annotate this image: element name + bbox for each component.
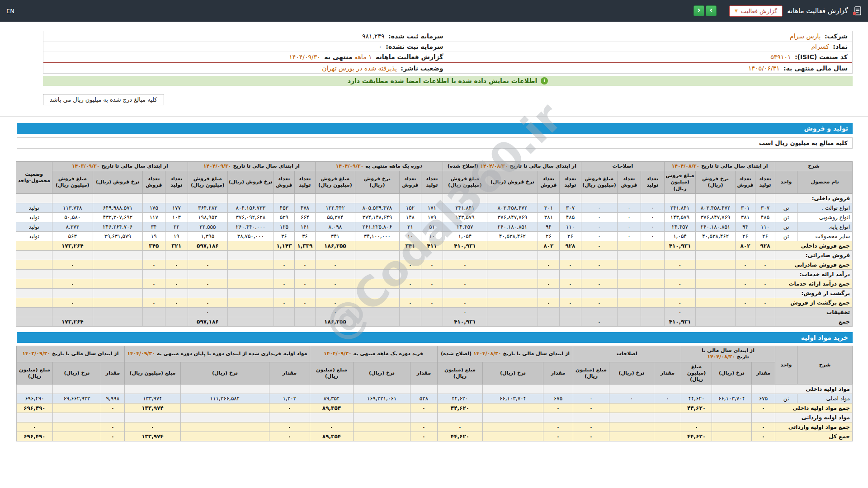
field-value: ۱۴۰۵/۰۶/۳۱ bbox=[748, 65, 780, 72]
previous-report-button[interactable]: ‹ bbox=[693, 5, 704, 16]
language-toggle[interactable]: EN bbox=[6, 8, 14, 14]
table-cell bbox=[180, 432, 269, 441]
table-cell bbox=[227, 279, 274, 288]
table-cell bbox=[227, 193, 274, 203]
table-cell bbox=[482, 385, 543, 394]
table-cell: ۴۴,۶۲۰ bbox=[681, 404, 712, 413]
table-cell bbox=[180, 404, 269, 413]
table-cell bbox=[609, 422, 654, 432]
column-header: مقدار bbox=[269, 362, 310, 385]
table-cell bbox=[559, 307, 581, 317]
table-cell bbox=[487, 269, 538, 279]
table-cell: تن bbox=[775, 394, 797, 404]
table-cell bbox=[16, 250, 52, 260]
field-label: نماد: bbox=[833, 43, 848, 50]
table-cell: ۳۴۱ bbox=[315, 231, 355, 241]
table-cell bbox=[755, 288, 775, 298]
column-header: مبلغ (میلیون ریال) bbox=[16, 362, 52, 385]
table-cell: ۰ bbox=[617, 231, 641, 241]
table-cell: ۱۷۳,۲۶۴ bbox=[52, 317, 93, 326]
table-cell bbox=[16, 279, 52, 288]
table-cell: ۰ bbox=[124, 422, 180, 432]
table-cell: ۳۴۱ bbox=[399, 241, 421, 250]
table-cell: ۳۰۷ bbox=[559, 203, 581, 212]
table-body: فروش داخلی:انواع توالت .تن۳۰۷۳۰۱۸۰۳,۴۵۸,… bbox=[16, 193, 852, 326]
table-cell bbox=[641, 260, 664, 269]
section-sales-returns: برگشت از فروش: bbox=[16, 288, 852, 298]
column-header: نرخ (ریال) bbox=[52, 362, 101, 385]
table-cell bbox=[399, 193, 421, 203]
table-cell bbox=[355, 279, 399, 288]
section-band-production-sales: تولید و فروش bbox=[17, 123, 853, 134]
table-cell bbox=[487, 298, 538, 307]
column-header: مبلغ (میلیون ریال) bbox=[124, 362, 180, 385]
table-cell: مواد اولیه داخلی bbox=[775, 385, 853, 394]
table-cell: ۳۰۷ bbox=[755, 203, 775, 212]
table-cell bbox=[16, 269, 52, 279]
table-cell bbox=[581, 288, 617, 298]
next-report-button[interactable]: › bbox=[706, 5, 717, 16]
table-cell bbox=[487, 241, 538, 250]
table-cell bbox=[696, 279, 736, 288]
table-cell: تخفیفات bbox=[775, 307, 853, 317]
table-cell: ۸۰۵,۵۳۹,۴۷۸ bbox=[355, 203, 399, 212]
table-cell: ۸,۳۷۳ bbox=[52, 222, 93, 231]
table-cell bbox=[165, 307, 188, 317]
table-cell: ۰ bbox=[641, 203, 664, 212]
table-cell: ۰ bbox=[752, 432, 775, 441]
table-cell bbox=[355, 298, 399, 307]
total-domestic-sales: جمع فروش داخلی۹۲۸۸۰۲۴۱۰,۹۳۱۰۹۲۸۸۰۲۴۱۰,۹۳… bbox=[16, 241, 852, 250]
table-cell bbox=[712, 385, 752, 394]
column-header: نرخ (ریال) bbox=[712, 362, 752, 385]
table-cell: ۳۶ bbox=[274, 231, 294, 241]
info-row: نماد: کسرام سرمایه ثبت نشده: ۰ bbox=[43, 41, 852, 52]
table-cell: ۰ bbox=[581, 279, 617, 288]
table-cell bbox=[52, 404, 101, 413]
column-header: مبلغ فروش (میلیون ریال) bbox=[581, 171, 617, 194]
table-cell: ۰ bbox=[617, 212, 641, 222]
table-cell bbox=[16, 260, 52, 269]
section-service-revenue: درآمد ارائه خدمات: bbox=[16, 269, 852, 279]
table-cell: ۰ bbox=[573, 394, 609, 404]
table-cell bbox=[617, 279, 641, 288]
table-cell bbox=[641, 250, 664, 260]
table-cell: ۰ bbox=[52, 298, 93, 307]
table-cell: ۸۰۲ bbox=[736, 241, 755, 250]
table-cell bbox=[617, 298, 641, 307]
column-header: تعداد تولید bbox=[421, 171, 443, 194]
table-cell bbox=[52, 413, 101, 422]
report-type-dropdown[interactable]: گزارش فعالیت ▼ bbox=[729, 5, 783, 17]
total-imported-materials: جمع مواد اولیه وارداتی۰۰۰۰۰۰۰۰۰۰۰ bbox=[16, 422, 852, 432]
table-cell: جمع فروش صادراتی bbox=[775, 260, 853, 269]
table-cell: ۳۶ bbox=[294, 231, 315, 241]
table-cell bbox=[274, 288, 294, 298]
table-cell bbox=[399, 288, 421, 298]
table-cell: ۰ bbox=[664, 279, 695, 288]
table-cell bbox=[93, 288, 142, 298]
report-body: تولید و فروش کلیه مبالغ به میلیون ریال ا… bbox=[17, 123, 853, 442]
table-cell bbox=[16, 413, 52, 422]
table-cell: ۲۹,۶۳۱,۵۷۹ bbox=[93, 231, 142, 241]
table-cell bbox=[543, 385, 573, 394]
table-cell: ۵۵,۳۷۴ bbox=[315, 212, 355, 222]
table-cell bbox=[538, 317, 559, 326]
table-cell: ۰ bbox=[736, 298, 755, 307]
table-cell: ۱۷۷ bbox=[165, 203, 188, 212]
table-cell: ۲۴۶,۲۶۴,۷۰۶ bbox=[93, 222, 142, 231]
table-cell: ۲۶ bbox=[538, 231, 559, 241]
column-group-header: اصلاحات bbox=[573, 346, 681, 362]
table-cell: ۹۴ bbox=[538, 222, 559, 231]
table-cell bbox=[142, 307, 165, 317]
table-cell bbox=[188, 288, 227, 298]
table-cell bbox=[188, 193, 227, 203]
table-cell bbox=[437, 385, 482, 394]
table-cell: ۰ bbox=[641, 212, 664, 222]
table-cell: ۶۷۵ bbox=[543, 394, 573, 404]
table-cell: ۲۲ bbox=[165, 222, 188, 231]
column-header: تعداد تولید bbox=[294, 171, 315, 194]
column-group-header: دوره یک ماهه منتهی به ۱۴۰۴/۰۹/۳۰ bbox=[315, 161, 443, 171]
table-cell: درآمد ارائه خدمات: bbox=[775, 269, 853, 279]
table-cell bbox=[410, 413, 437, 422]
table-cell bbox=[609, 413, 654, 422]
table-cell: ۰ bbox=[538, 279, 559, 288]
